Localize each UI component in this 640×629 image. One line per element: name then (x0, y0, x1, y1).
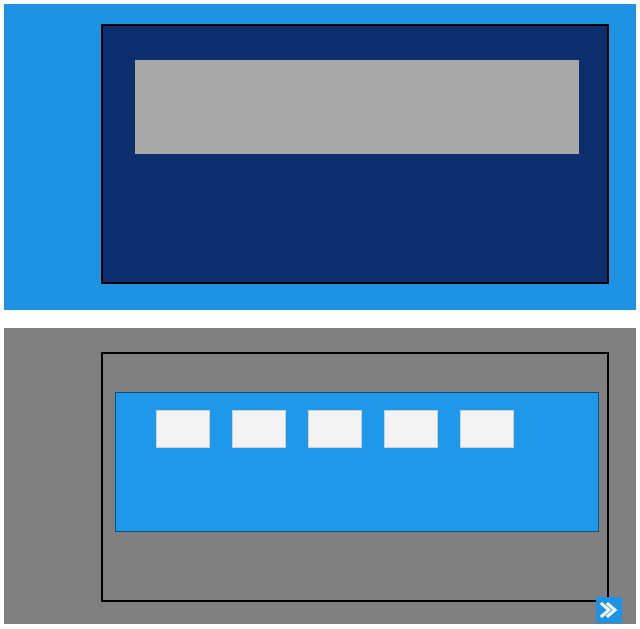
syscall-chip-write (232, 410, 286, 448)
syscall-row (126, 407, 588, 451)
syscall-chip-fork (384, 410, 438, 448)
user-mode-label (8, 10, 52, 300)
watermark (596, 597, 634, 623)
wsl-box (115, 392, 599, 532)
userland-tools-bar (135, 60, 579, 154)
watermark-logo-icon (596, 597, 622, 623)
diagram-canvas (0, 0, 640, 629)
syscall-chip-more (460, 410, 514, 448)
syscall-chip-open (308, 410, 362, 448)
ubuntu-box (101, 24, 609, 284)
windows-kernel-box (101, 352, 609, 602)
syscall-chip-read (156, 410, 210, 448)
kernel-mode-label (8, 338, 52, 618)
